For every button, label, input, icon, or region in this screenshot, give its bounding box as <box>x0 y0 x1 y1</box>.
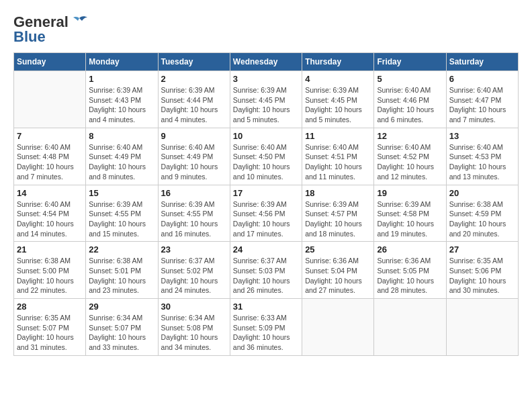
day-info: Sunrise: 6:39 AM Sunset: 4:45 PM Dayligh… <box>233 85 299 125</box>
day-number: 30 <box>161 302 227 312</box>
calendar-day-cell: 3Sunrise: 6:39 AM Sunset: 4:45 PM Daylig… <box>230 71 302 128</box>
calendar-day-cell: 26Sunrise: 6:36 AM Sunset: 5:05 PM Dayli… <box>374 242 446 299</box>
day-of-week-header: Sunday <box>14 53 86 71</box>
day-number: 12 <box>377 131 443 141</box>
day-number: 5 <box>377 74 443 84</box>
day-info: Sunrise: 6:40 AM Sunset: 4:51 PM Dayligh… <box>305 142 371 182</box>
day-info: Sunrise: 6:38 AM Sunset: 5:00 PM Dayligh… <box>17 256 83 295</box>
calendar-day-cell: 20Sunrise: 6:38 AM Sunset: 4:59 PM Dayli… <box>446 185 518 242</box>
calendar-day-cell <box>302 299 374 356</box>
day-info: Sunrise: 6:40 AM Sunset: 4:48 PM Dayligh… <box>17 142 83 182</box>
calendar-day-cell <box>374 299 446 356</box>
day-info: Sunrise: 6:40 AM Sunset: 4:46 PM Dayligh… <box>377 85 443 125</box>
calendar-day-cell: 22Sunrise: 6:38 AM Sunset: 5:01 PM Dayli… <box>86 242 158 299</box>
day-number: 10 <box>233 131 299 141</box>
calendar-day-cell: 5Sunrise: 6:40 AM Sunset: 4:46 PM Daylig… <box>374 71 446 128</box>
day-info: Sunrise: 6:39 AM Sunset: 4:45 PM Dayligh… <box>305 85 371 125</box>
calendar-week-row: 28Sunrise: 6:35 AM Sunset: 5:07 PM Dayli… <box>14 299 519 356</box>
day-info: Sunrise: 6:40 AM Sunset: 4:49 PM Dayligh… <box>89 142 154 182</box>
day-info: Sunrise: 6:39 AM Sunset: 4:55 PM Dayligh… <box>89 199 154 239</box>
calendar-week-row: 1Sunrise: 6:39 AM Sunset: 4:43 PM Daylig… <box>14 71 519 128</box>
day-number: 13 <box>449 131 515 141</box>
day-info: Sunrise: 6:39 AM Sunset: 4:58 PM Dayligh… <box>377 199 443 239</box>
calendar-day-cell: 1Sunrise: 6:39 AM Sunset: 4:43 PM Daylig… <box>86 71 158 128</box>
day-info: Sunrise: 6:37 AM Sunset: 5:03 PM Dayligh… <box>233 256 299 295</box>
calendar-day-cell: 27Sunrise: 6:35 AM Sunset: 5:06 PM Dayli… <box>446 242 518 299</box>
calendar-day-cell: 2Sunrise: 6:39 AM Sunset: 4:44 PM Daylig… <box>158 71 230 128</box>
day-info: Sunrise: 6:36 AM Sunset: 5:05 PM Dayligh… <box>377 256 443 295</box>
day-number: 3 <box>233 74 299 84</box>
day-number: 25 <box>305 244 371 255</box>
day-info: Sunrise: 6:36 AM Sunset: 5:04 PM Dayligh… <box>305 256 371 295</box>
calendar-week-row: 7Sunrise: 6:40 AM Sunset: 4:48 PM Daylig… <box>14 128 519 185</box>
calendar-day-cell: 13Sunrise: 6:40 AM Sunset: 4:53 PM Dayli… <box>446 128 518 185</box>
calendar-day-cell: 25Sunrise: 6:36 AM Sunset: 5:04 PM Dayli… <box>302 242 374 299</box>
day-number: 28 <box>17 302 83 312</box>
logo-blue-text: Blue <box>13 28 46 46</box>
calendar-day-cell: 15Sunrise: 6:39 AM Sunset: 4:55 PM Dayli… <box>86 185 158 242</box>
calendar-day-cell: 19Sunrise: 6:39 AM Sunset: 4:58 PM Dayli… <box>374 185 446 242</box>
day-of-week-header: Friday <box>374 53 446 71</box>
day-number: 22 <box>89 244 154 255</box>
day-number: 7 <box>17 131 83 141</box>
day-number: 23 <box>161 244 227 255</box>
calendar-day-cell: 30Sunrise: 6:34 AM Sunset: 5:08 PM Dayli… <box>158 299 230 356</box>
day-number: 11 <box>305 131 371 141</box>
day-info: Sunrise: 6:39 AM Sunset: 4:44 PM Dayligh… <box>161 85 227 125</box>
day-number: 24 <box>233 244 299 255</box>
calendar-day-cell: 4Sunrise: 6:39 AM Sunset: 4:45 PM Daylig… <box>302 71 374 128</box>
day-number: 21 <box>17 244 83 255</box>
day-number: 6 <box>449 74 515 84</box>
calendar-day-cell: 16Sunrise: 6:39 AM Sunset: 4:55 PM Dayli… <box>158 185 230 242</box>
day-of-week-header: Monday <box>86 53 158 71</box>
calendar-header-row: SundayMondayTuesdayWednesdayThursdayFrid… <box>14 53 519 71</box>
day-of-week-header: Tuesday <box>158 53 230 71</box>
calendar-day-cell: 10Sunrise: 6:40 AM Sunset: 4:50 PM Dayli… <box>230 128 302 185</box>
day-number: 31 <box>233 302 299 312</box>
logo: General Blue <box>13 13 89 46</box>
day-info: Sunrise: 6:40 AM Sunset: 4:53 PM Dayligh… <box>449 142 515 182</box>
calendar-day-cell: 14Sunrise: 6:40 AM Sunset: 4:54 PM Dayli… <box>14 185 86 242</box>
calendar-day-cell: 24Sunrise: 6:37 AM Sunset: 5:03 PM Dayli… <box>230 242 302 299</box>
calendar-week-row: 21Sunrise: 6:38 AM Sunset: 5:00 PM Dayli… <box>14 242 519 299</box>
day-info: Sunrise: 6:33 AM Sunset: 5:09 PM Dayligh… <box>233 313 299 353</box>
calendar-day-cell: 29Sunrise: 6:34 AM Sunset: 5:07 PM Dayli… <box>86 299 158 356</box>
calendar-day-cell <box>446 299 518 356</box>
day-number: 14 <box>17 188 83 198</box>
day-number: 19 <box>377 188 443 198</box>
calendar-day-cell: 11Sunrise: 6:40 AM Sunset: 4:51 PM Dayli… <box>302 128 374 185</box>
day-info: Sunrise: 6:38 AM Sunset: 4:59 PM Dayligh… <box>449 199 515 239</box>
day-info: Sunrise: 6:40 AM Sunset: 4:50 PM Dayligh… <box>233 142 299 182</box>
calendar-day-cell: 31Sunrise: 6:33 AM Sunset: 5:09 PM Dayli… <box>230 299 302 356</box>
calendar-day-cell <box>14 71 86 128</box>
calendar-day-cell: 6Sunrise: 6:40 AM Sunset: 4:47 PM Daylig… <box>446 71 518 128</box>
day-info: Sunrise: 6:40 AM Sunset: 4:47 PM Dayligh… <box>449 85 515 125</box>
day-of-week-header: Wednesday <box>230 53 302 71</box>
day-number: 17 <box>233 188 299 198</box>
day-number: 18 <box>305 188 371 198</box>
calendar-day-cell: 28Sunrise: 6:35 AM Sunset: 5:07 PM Dayli… <box>14 299 86 356</box>
logo-bird-icon <box>70 15 89 29</box>
day-number: 2 <box>161 74 227 84</box>
day-info: Sunrise: 6:35 AM Sunset: 5:07 PM Dayligh… <box>17 313 83 353</box>
day-number: 1 <box>89 74 154 84</box>
day-number: 20 <box>449 188 515 198</box>
day-info: Sunrise: 6:34 AM Sunset: 5:08 PM Dayligh… <box>161 313 227 353</box>
calendar-day-cell: 18Sunrise: 6:39 AM Sunset: 4:57 PM Dayli… <box>302 185 374 242</box>
day-number: 9 <box>161 131 227 141</box>
day-number: 4 <box>305 74 371 84</box>
day-info: Sunrise: 6:39 AM Sunset: 4:55 PM Dayligh… <box>161 199 227 239</box>
day-of-week-header: Thursday <box>302 53 374 71</box>
calendar-table: SundayMondayTuesdayWednesdayThursdayFrid… <box>13 52 519 356</box>
calendar-day-cell: 7Sunrise: 6:40 AM Sunset: 4:48 PM Daylig… <box>14 128 86 185</box>
calendar-day-cell: 21Sunrise: 6:38 AM Sunset: 5:00 PM Dayli… <box>14 242 86 299</box>
day-info: Sunrise: 6:40 AM Sunset: 4:54 PM Dayligh… <box>17 199 83 239</box>
day-info: Sunrise: 6:37 AM Sunset: 5:02 PM Dayligh… <box>161 256 227 295</box>
day-info: Sunrise: 6:39 AM Sunset: 4:56 PM Dayligh… <box>233 199 299 239</box>
calendar-day-cell: 12Sunrise: 6:40 AM Sunset: 4:52 PM Dayli… <box>374 128 446 185</box>
day-info: Sunrise: 6:40 AM Sunset: 4:49 PM Dayligh… <box>161 142 227 182</box>
day-number: 16 <box>161 188 227 198</box>
day-info: Sunrise: 6:35 AM Sunset: 5:06 PM Dayligh… <box>449 256 515 295</box>
day-number: 8 <box>89 131 154 141</box>
day-number: 29 <box>89 302 154 312</box>
